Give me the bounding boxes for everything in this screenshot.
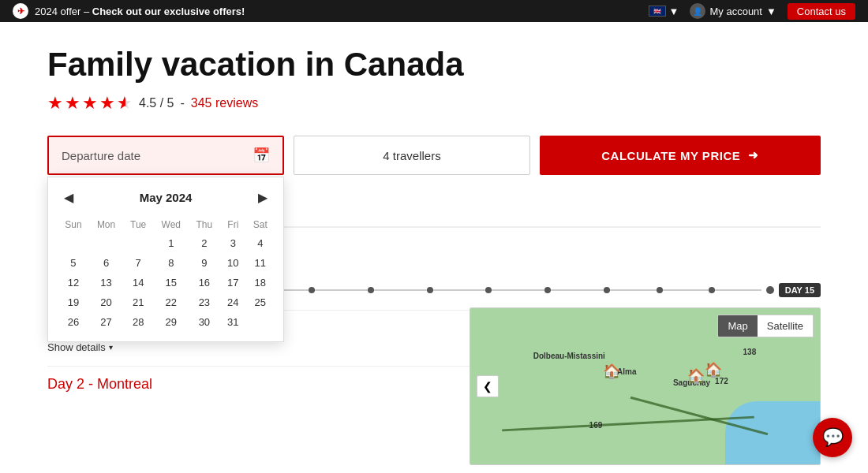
map-area: Dolbeau-Mistassini Alma Saguenay 138 172… bbox=[470, 307, 821, 465]
departure-date-input[interactable]: Departure date 📅 bbox=[47, 136, 284, 175]
calendar-empty bbox=[89, 233, 124, 253]
calendar-day[interactable]: 4 bbox=[247, 233, 274, 253]
calendar-day[interactable]: 24 bbox=[219, 292, 246, 312]
calendar-empty bbox=[58, 233, 89, 253]
chevron-left-icon: ❮ bbox=[483, 380, 492, 393]
calendar-day[interactable]: 10 bbox=[219, 253, 246, 273]
star-4: ★ bbox=[99, 93, 115, 114]
map-back-button[interactable]: ❮ bbox=[477, 375, 499, 397]
my-account-button[interactable]: 👤 My account ▼ bbox=[690, 3, 776, 19]
map-water bbox=[725, 401, 820, 464]
map-label-138: 138 bbox=[743, 348, 757, 356]
timeline-end bbox=[766, 286, 774, 294]
rating-value: 4.5 / 5 bbox=[139, 96, 174, 110]
calendar-day[interactable]: 26 bbox=[58, 312, 89, 332]
account-icon: 👤 bbox=[690, 3, 705, 19]
calendar-month: May 2024 bbox=[140, 191, 193, 204]
calculate-price-button[interactable]: CALCULATE MY PRICE ➜ bbox=[540, 136, 821, 175]
calendar-day[interactable]: 30 bbox=[189, 312, 220, 332]
departure-placeholder: Departure date bbox=[62, 149, 140, 162]
calendar-day[interactable]: 14 bbox=[123, 273, 153, 292]
timeline-dot-10 bbox=[657, 287, 663, 293]
calendar-day[interactable]: 13 bbox=[89, 273, 124, 292]
chat-icon: 💬 bbox=[822, 427, 844, 448]
calendar-dow: Mon bbox=[89, 216, 124, 233]
map-type-controls: Map Satellite bbox=[717, 315, 814, 337]
map-label-dolbeau: Dolbeau-Mistassini bbox=[533, 352, 605, 360]
map-button[interactable]: Map bbox=[718, 315, 757, 337]
arrow-icon: ➜ bbox=[748, 148, 759, 162]
booking-bar: Departure date 📅 ◀ May 2024 ▶ SunMonTueW… bbox=[47, 136, 821, 175]
timeline-dot-5 bbox=[368, 287, 374, 293]
chat-button[interactable]: 💬 bbox=[813, 418, 852, 457]
travellers-value: 4 travellers bbox=[383, 149, 440, 162]
calendar-empty bbox=[123, 233, 153, 253]
calendar-day[interactable]: 6 bbox=[89, 253, 124, 273]
satellite-button[interactable]: Satellite bbox=[758, 315, 813, 337]
calendar-day[interactable]: 8 bbox=[153, 253, 189, 273]
calendar-day[interactable]: 18 bbox=[247, 273, 274, 292]
calendar-day[interactable]: 1 bbox=[153, 233, 189, 253]
calendar-dow: Sat bbox=[247, 216, 274, 233]
calendar-dropdown: ◀ May 2024 ▶ SunMonTueWedThuFriSat 12345… bbox=[47, 177, 284, 342]
rating-row: ★ ★ ★ ★ ★ ★ 4.5 / 5 - 345 reviews bbox=[47, 93, 821, 114]
star-3: ★ bbox=[82, 93, 98, 114]
calendar-dow: Thu bbox=[189, 216, 220, 233]
topbar: ✈ 2024 offer – Check out our exclusive o… bbox=[0, 0, 868, 22]
day15-badge: DAY 15 bbox=[779, 283, 821, 297]
calendar-day[interactable]: 21 bbox=[123, 292, 153, 312]
brand-logo: ✈ bbox=[13, 3, 28, 19]
calendar-next-button[interactable]: ▶ bbox=[252, 187, 274, 208]
calendar-day[interactable]: 7 bbox=[123, 253, 153, 273]
calendar-dow: Wed bbox=[153, 216, 189, 233]
my-account-label: My account bbox=[709, 6, 761, 17]
star-5-half: ★ ★ bbox=[117, 93, 133, 114]
day2-city: Montreal bbox=[97, 376, 152, 392]
calendar-prev-button[interactable]: ◀ bbox=[58, 187, 80, 208]
calendar-day[interactable]: 9 bbox=[189, 253, 220, 273]
calendar-empty bbox=[247, 312, 274, 332]
map-pin-1: 🏠 bbox=[603, 363, 620, 380]
timeline-dot-9 bbox=[604, 287, 610, 293]
calendar-day[interactable]: 28 bbox=[123, 312, 153, 332]
timeline-dot-11 bbox=[709, 287, 715, 293]
chevron-down-icon: ▾ bbox=[109, 343, 113, 352]
calendar-day[interactable]: 11 bbox=[247, 253, 274, 273]
calendar-day[interactable]: 23 bbox=[189, 292, 220, 312]
calendar-day[interactable]: 5 bbox=[58, 253, 89, 273]
calendar-icon: 📅 bbox=[253, 147, 270, 164]
calendar-dow: Fri bbox=[219, 216, 246, 233]
calendar-dow: Tue bbox=[123, 216, 153, 233]
calendar-day[interactable]: 17 bbox=[219, 273, 246, 292]
page-title: Family vacation in Canada bbox=[47, 46, 821, 84]
calendar-day[interactable]: 29 bbox=[153, 312, 189, 332]
uk-flag-icon: 🇬🇧 bbox=[649, 6, 666, 17]
calendar-day[interactable]: 22 bbox=[153, 292, 189, 312]
travellers-input[interactable]: 4 travellers bbox=[294, 136, 530, 175]
language-selector[interactable]: 🇬🇧 ▼ bbox=[649, 6, 679, 17]
timeline-dot-8 bbox=[544, 287, 551, 293]
calendar-day[interactable]: 16 bbox=[189, 273, 220, 292]
calendar-day[interactable]: 31 bbox=[219, 312, 246, 332]
calendar-day[interactable]: 2 bbox=[189, 233, 220, 253]
reviews-link[interactable]: 345 reviews bbox=[191, 96, 258, 110]
timeline-dot-4 bbox=[309, 287, 315, 293]
calendar-day[interactable]: 19 bbox=[58, 292, 89, 312]
calendar-day[interactable]: 15 bbox=[153, 273, 189, 292]
calendar-day[interactable]: 12 bbox=[58, 273, 89, 292]
map-background: Dolbeau-Mistassini Alma Saguenay 138 172… bbox=[470, 308, 820, 464]
map-label-169: 169 bbox=[589, 421, 603, 430]
star-rating: ★ ★ ★ ★ ★ ★ bbox=[47, 93, 133, 114]
timeline-dot-6 bbox=[427, 287, 433, 293]
calendar-day[interactable]: 3 bbox=[219, 233, 246, 253]
calendar-day[interactable]: 20 bbox=[89, 292, 124, 312]
calendar-day[interactable]: 25 bbox=[247, 292, 274, 312]
star-1: ★ bbox=[47, 93, 63, 114]
calendar-grid: SunMonTueWedThuFriSat 123456789101112131… bbox=[58, 216, 274, 332]
calendar-dow: Sun bbox=[58, 216, 89, 233]
contact-us-button[interactable]: Contact us bbox=[788, 3, 855, 20]
topbar-right: 🇬🇧 ▼ 👤 My account ▼ Contact us bbox=[649, 3, 855, 20]
departure-container: Departure date 📅 ◀ May 2024 ▶ SunMonTueW… bbox=[47, 136, 284, 175]
map-pin-3: 🏠 bbox=[705, 361, 722, 378]
calendar-day[interactable]: 27 bbox=[89, 312, 124, 332]
